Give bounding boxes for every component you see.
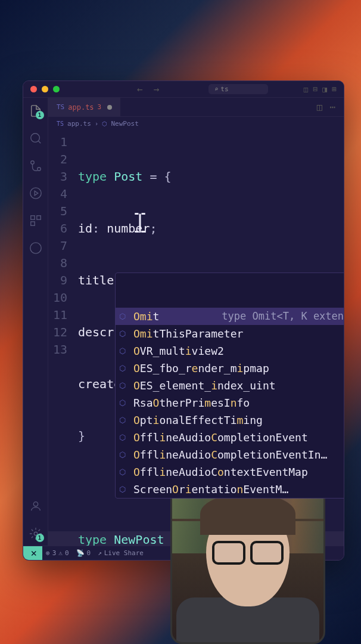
- file-tab[interactable]: TS app.ts 3: [48, 98, 120, 116]
- nav-arrows: ← →: [137, 83, 159, 95]
- source-control-icon[interactable]: [29, 159, 43, 173]
- warning-icon: ⚠: [58, 549, 63, 557]
- breadcrumb-symbol: NewPost: [111, 120, 138, 128]
- symbol-type-icon: ⬡: [119, 342, 130, 360]
- code-content[interactable]: type Post = { id: number; title: string;…: [78, 130, 344, 546]
- remote-indicator[interactable]: [23, 546, 42, 561]
- tab-problem-count: 3: [98, 103, 102, 111]
- typescript-file-icon: TS: [57, 103, 64, 111]
- svg-rect-7: [36, 216, 40, 219]
- breadcrumb-file: app.ts: [67, 120, 91, 128]
- line-number[interactable]: 12: [48, 324, 67, 341]
- line-number[interactable]: 4: [48, 185, 67, 203]
- nav-back-icon[interactable]: ←: [137, 83, 143, 95]
- explorer-icon[interactable]: 1: [29, 104, 43, 118]
- autocomplete-label: Omit: [133, 308, 222, 325]
- github-icon[interactable]: [29, 241, 43, 255]
- symbol-type-icon: ⬡: [119, 308, 130, 325]
- debug-icon[interactable]: [29, 186, 43, 200]
- unsaved-indicator-icon: [107, 105, 112, 110]
- live-share-status[interactable]: ↗ Live Share: [94, 549, 147, 557]
- code-line[interactable]: type Post = {: [78, 168, 344, 185]
- panel-bottom-icon[interactable]: ⊟: [313, 85, 318, 94]
- line-number[interactable]: 5: [48, 203, 67, 220]
- svg-rect-8: [30, 222, 34, 225]
- svg-point-2: [30, 161, 34, 165]
- panel-right-icon[interactable]: ◨: [322, 85, 327, 94]
- explorer-badge: 1: [36, 111, 44, 119]
- autocomplete-label: OVR_multiview2: [133, 342, 344, 360]
- code-editor[interactable]: 1 2 3 4 5 6 7 8 9 10 11 12 13 type Post …: [48, 130, 344, 546]
- tab-filename: app.ts: [68, 103, 94, 112]
- minimap[interactable]: [323, 166, 344, 285]
- editor-actions: ◫ ⋯: [317, 101, 344, 113]
- symbol-type-icon: ⬡: [119, 360, 130, 377]
- autocomplete-item[interactable]: ⬡OfflineAudioCompletionEventIn…: [116, 446, 344, 463]
- activity-bar: 1 1: [23, 98, 48, 546]
- svg-point-5: [30, 188, 41, 199]
- chevron-right-icon: ›: [95, 120, 99, 128]
- autocomplete-item[interactable]: ⬡OfflineAudioCompletionEvent: [116, 429, 344, 446]
- line-number[interactable]: 10: [48, 289, 67, 306]
- autocomplete-item[interactable]: ⬡Omittype Omit<T, K extends …: [116, 308, 344, 325]
- extensions-icon[interactable]: [29, 213, 43, 228]
- more-actions-icon[interactable]: ⋯: [329, 101, 335, 113]
- autocomplete-item[interactable]: ⬡OfflineAudioContextEventMap: [116, 463, 344, 481]
- line-number[interactable]: 2: [48, 151, 67, 168]
- symbol-type-icon: ⬡: [119, 377, 130, 394]
- autocomplete-label: OfflineAudioCompletionEvent: [133, 429, 344, 446]
- error-icon: ⊗: [46, 549, 50, 557]
- nav-forward-icon[interactable]: →: [154, 83, 160, 95]
- line-number[interactable]: 13: [48, 341, 67, 358]
- search-icon: ⌕: [214, 85, 219, 93]
- command-center[interactable]: ⌕ ts: [208, 84, 268, 94]
- problems-status[interactable]: ⊗ 3 ⚠ 0: [42, 549, 73, 557]
- autocomplete-item[interactable]: ⬡RsaOtherPrimesInfo: [116, 394, 344, 411]
- autocomplete-item[interactable]: ⬡OES_fbo_render_mipmap: [116, 360, 344, 377]
- mouse-text-cursor-icon: [132, 212, 148, 233]
- svg-point-0: [30, 134, 39, 143]
- editor-group: TS app.ts 3 ◫ ⋯ TS app.ts › ⬡ NewPost: [48, 98, 344, 546]
- code-line[interactable]: id: number;: [78, 220, 344, 237]
- autocomplete-label: OfflineAudioContextEventMap: [133, 463, 344, 481]
- line-number[interactable]: 11: [48, 306, 67, 324]
- close-window[interactable]: [30, 86, 37, 92]
- search-text: ts: [220, 85, 228, 93]
- breadcrumb[interactable]: TS app.ts › ⬡ NewPost: [48, 117, 344, 130]
- search-sidebar-icon[interactable]: [29, 131, 43, 145]
- svg-line-1: [38, 141, 41, 143]
- autocomplete-label: OmitThisParameter: [133, 325, 344, 342]
- split-editor-icon[interactable]: ◫: [317, 101, 323, 113]
- line-number[interactable]: 1: [48, 134, 67, 151]
- autocomplete-popup[interactable]: ⬡Omittype Omit<T, K extends …⬡OmitThisPa…: [115, 273, 344, 499]
- svg-marker-4: [35, 191, 38, 195]
- autocomplete-item[interactable]: ⬡ScreenOrientationEventM…: [116, 481, 344, 498]
- line-number[interactable]: 3: [48, 168, 67, 185]
- line-number[interactable]: 6: [48, 220, 67, 237]
- line-number[interactable]: 9: [48, 272, 67, 289]
- tab-bar: TS app.ts 3 ◫ ⋯: [48, 98, 344, 117]
- symbol-type-icon: ⬡: [119, 394, 130, 411]
- autocomplete-hint: type Omit<T, K extends …: [222, 308, 344, 325]
- symbol-type-icon: ⬡: [119, 463, 130, 481]
- svg-point-9: [30, 243, 41, 253]
- line-number[interactable]: 7: [48, 237, 67, 255]
- autocomplete-item[interactable]: ⬡OmitThisParameter: [116, 325, 344, 342]
- svg-rect-6: [30, 216, 34, 219]
- minimize-window[interactable]: [42, 86, 48, 92]
- autocomplete-item[interactable]: ⬡OVR_multiview2: [116, 342, 344, 360]
- line-number[interactable]: 8: [48, 255, 67, 272]
- autocomplete-label: OfflineAudioCompletionEventIn…: [133, 446, 344, 463]
- account-icon[interactable]: [29, 499, 43, 513]
- symbol-type-icon: ⬡: [119, 429, 130, 446]
- panel-left-icon[interactable]: ◫: [304, 85, 309, 94]
- settings-icon[interactable]: 1: [29, 527, 43, 541]
- customize-layout-icon[interactable]: ⊞: [332, 85, 337, 94]
- symbol-type-icon: ⬡: [119, 411, 130, 429]
- editor-body: 1 1: [23, 98, 344, 546]
- autocomplete-item[interactable]: ⬡OptionalEffectTiming: [116, 411, 344, 429]
- symbol-type-icon: ⬡: [119, 325, 130, 342]
- ports-status[interactable]: 📡 0: [73, 549, 95, 557]
- maximize-window[interactable]: [53, 86, 60, 92]
- autocomplete-item[interactable]: ⬡OES_element_index_uint: [116, 377, 344, 394]
